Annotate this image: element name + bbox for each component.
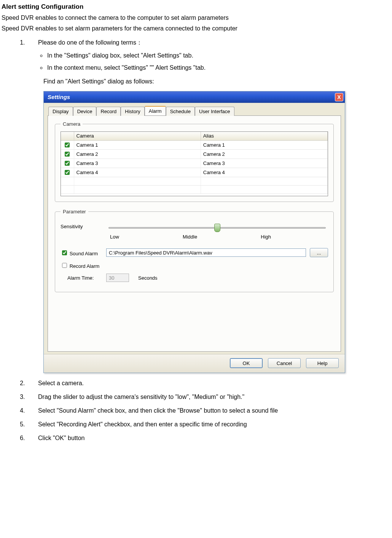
sensitivity-middle: Middle (183, 234, 197, 240)
sound-alarm-row: Sound Alarm ... (61, 248, 328, 257)
sensitivity-slider[interactable] (108, 227, 326, 229)
page-title: Alert setting Configuration (2, 3, 389, 11)
record-alarm-row: Record Alarm (61, 262, 328, 269)
ok-button[interactable]: OK (230, 358, 263, 368)
browse-button[interactable]: ... (310, 248, 328, 257)
dialog-body: Display Device Record History Alarm Sche… (44, 103, 345, 354)
record-alarm-label: Record Alarm (70, 263, 100, 269)
table-row[interactable]: Camera 3 Camera 3 (61, 159, 328, 168)
camera-row-3-alias: Camera 3 (201, 159, 327, 168)
sound-alarm-checkbox[interactable] (62, 250, 67, 255)
camera-row-1-check[interactable] (65, 143, 70, 147)
camera-row-4-name: Camera 4 (74, 168, 201, 177)
alarm-time-label: Alarm Time: (61, 275, 106, 281)
sensitivity-slider-wrap (106, 225, 328, 229)
alarm-time-row: Alarm Time: Seconds (61, 274, 328, 282)
tab-record[interactable]: Record (96, 107, 121, 116)
seconds-label: Seconds (138, 275, 158, 281)
sensitivity-row: Sensitivity (61, 224, 328, 229)
table-row-empty (61, 177, 328, 185)
camera-group: Camera Camera Alias (55, 121, 334, 202)
step-3: Drag the slider to adjust the camera's s… (27, 394, 389, 400)
camera-row-4-check[interactable] (65, 170, 70, 175)
camera-col-check[interactable] (61, 132, 74, 140)
record-alarm-checkbox[interactable] (62, 263, 67, 268)
record-alarm-check-wrap: Record Alarm (61, 262, 106, 269)
sound-alarm-label: Sound Alarm (70, 251, 98, 256)
tab-schedule[interactable]: Schedule (166, 107, 195, 116)
tab-user-interface[interactable]: User Interface (195, 107, 234, 116)
close-button[interactable]: X (335, 93, 343, 101)
step-1: Please do one of the following terms： In… (27, 39, 389, 373)
camera-row-4-alias: Camera 4 (201, 168, 327, 177)
dialog-titlebar: Settings X (44, 91, 345, 103)
step-4: Select "Sound Alarm" check box, and then… (27, 407, 389, 414)
parameter-group: Parameter Sensitivity Low Middle (55, 209, 334, 292)
sound-path-input[interactable] (106, 248, 306, 257)
table-row[interactable]: Camera 1 Camera 1 (61, 140, 328, 149)
sound-alarm-check-wrap: Sound Alarm (61, 249, 106, 256)
camera-row-3-check[interactable] (65, 161, 70, 166)
tab-panel-alarm: Camera Camera Alias (48, 115, 341, 352)
step-1-sublist: In the "Settings" dialog box, select "Al… (40, 52, 389, 71)
step-1a: In the "Settings" dialog box, select "Al… (46, 52, 389, 59)
help-button[interactable]: Help (306, 358, 339, 368)
table-row-empty (61, 185, 328, 194)
tab-alarm[interactable]: Alarm (145, 106, 166, 115)
table-row[interactable]: Camera 4 Camera 4 (61, 168, 328, 177)
dialog-footer: OK Cancel Help (44, 354, 345, 373)
close-icon: X (337, 94, 341, 100)
camera-col-camera[interactable]: Camera (74, 132, 201, 140)
camera-table: Camera Alias Camera 1 Camera 1 (61, 132, 328, 194)
step-2: Select a camera. (27, 380, 389, 387)
dialog-title: Settings (48, 94, 70, 100)
camera-group-legend: Camera (61, 121, 83, 127)
sensitivity-high: High (261, 234, 271, 240)
tab-history[interactable]: History (121, 107, 144, 116)
camera-table-wrap: Camera Alias Camera 1 Camera 1 (61, 131, 328, 196)
camera-row-2-check[interactable] (65, 152, 70, 157)
sensitivity-labels: Low Middle High (110, 234, 271, 240)
cancel-button[interactable]: Cancel (268, 358, 301, 368)
camera-row-1-alias: Camera 1 (201, 140, 327, 149)
camera-row-3-name: Camera 3 (74, 159, 201, 168)
tab-strip: Display Device Record History Alarm Sche… (48, 106, 341, 115)
step-5: Select "Recording Alert" checkbox, and t… (27, 421, 389, 428)
parameter-group-legend: Parameter (61, 209, 88, 215)
sensitivity-low: Low (110, 234, 119, 240)
sensitivity-label: Sensitivity (61, 224, 106, 229)
camera-col-alias[interactable]: Alias (201, 132, 327, 140)
step-1-text: Please do one of the following terms： (38, 39, 142, 46)
steps-list: Please do one of the following terms： In… (20, 39, 389, 442)
table-row[interactable]: Camera 2 Camera 2 (61, 149, 328, 159)
tab-display[interactable]: Display (48, 107, 73, 116)
camera-row-2-alias: Camera 2 (201, 149, 327, 159)
settings-dialog: Settings X Display Device Record History… (43, 91, 345, 373)
intro-line-1: Speed DVR enables to connect the camera … (2, 14, 389, 21)
intro-line-2: Speed DVR enables to set alarm parameter… (2, 25, 389, 32)
step-1-find: Find an "Alert Settings" dialog as follo… (43, 78, 389, 85)
step-6: Click "OK" button (27, 435, 389, 442)
sensitivity-slider-thumb[interactable] (214, 224, 220, 232)
step-1b: In the context menu, select "Settings" "… (46, 64, 389, 71)
camera-row-1-name: Camera 1 (74, 140, 201, 149)
alarm-time-input (106, 274, 129, 282)
camera-row-2-name: Camera 2 (74, 149, 201, 159)
tab-device[interactable]: Device (73, 107, 97, 116)
